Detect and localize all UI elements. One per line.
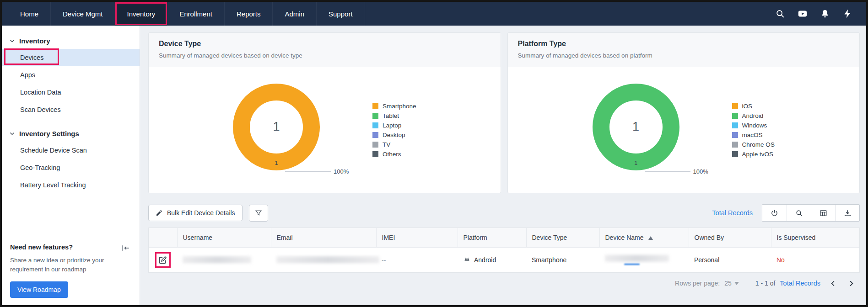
legend-swatch xyxy=(732,122,738,128)
refresh-button[interactable] xyxy=(762,205,787,221)
column-label: Device Name xyxy=(605,234,644,241)
flash-icon[interactable] xyxy=(842,9,852,19)
legend-item: Others xyxy=(372,150,416,158)
nav-item-reports[interactable]: Reports xyxy=(225,2,273,26)
filter-icon xyxy=(255,209,262,217)
sidebar-item-label: Schedule Device Scan xyxy=(20,147,87,154)
edit-device-button[interactable] xyxy=(158,255,168,265)
legend-swatch xyxy=(732,132,738,138)
column-header-edit xyxy=(149,228,177,247)
legend-item: Tablet xyxy=(372,112,416,120)
sort-ascending-icon[interactable] xyxy=(648,236,653,240)
annotation-box-edit-icon xyxy=(155,252,171,268)
bulk-edit-label: Bulk Edit Device Details xyxy=(167,209,235,217)
sidebar-item-label: Devices xyxy=(20,54,44,61)
column-header-is-supervised[interactable]: Is Supervised xyxy=(771,228,859,247)
video-icon[interactable] xyxy=(798,9,808,19)
cell-email xyxy=(271,247,376,272)
chevron-right-icon xyxy=(848,280,855,287)
collapse-sidebar-icon[interactable] xyxy=(121,243,130,253)
pencil-icon xyxy=(156,209,163,217)
sidebar-item-label: Apps xyxy=(20,71,35,79)
sidebar-item-label: Location Data xyxy=(20,89,61,96)
column-header-device-type[interactable]: Device Type xyxy=(526,228,599,247)
column-label: Email xyxy=(277,234,293,241)
column-header-username[interactable]: Username xyxy=(177,228,271,247)
redacted-email xyxy=(276,256,379,263)
cell-device-name xyxy=(599,247,689,272)
platform-type-card: Platform Type Summary of managed devices… xyxy=(507,32,860,193)
nav-label: Inventory xyxy=(127,10,156,18)
search-icon[interactable] xyxy=(775,9,785,19)
column-header-platform[interactable]: Platform xyxy=(458,228,526,247)
card-subtitle: Summary of managed devices based on plat… xyxy=(518,52,850,59)
nav-item-support[interactable]: Support xyxy=(317,2,365,26)
bell-icon[interactable] xyxy=(820,9,830,19)
cell-device-type: Smartphone xyxy=(526,247,599,272)
column-label: Is Supervised xyxy=(777,234,816,241)
legend-item: Smartphone xyxy=(372,102,416,110)
sidebar-item-devices[interactable]: Devices xyxy=(2,49,140,66)
legend-swatch xyxy=(372,122,378,128)
total-records-link[interactable]: Total Records xyxy=(712,209,753,217)
donut-chart[interactable]: 1 1 100% xyxy=(593,84,679,170)
donut-ring[interactable]: 1 xyxy=(233,84,320,170)
column-header-email[interactable]: Email xyxy=(271,228,376,247)
promo-title: Need new features? xyxy=(10,243,73,251)
column-label: Device Type xyxy=(532,234,567,241)
percent-label: 100% xyxy=(693,168,708,175)
cell-platform: Android xyxy=(458,247,526,272)
column-header-device-name[interactable]: Device Name xyxy=(599,228,689,247)
nav-item-device-mgmt[interactable]: Device Mgmt xyxy=(51,2,115,26)
column-header-imei[interactable]: IMEI xyxy=(376,228,458,247)
leader-line xyxy=(645,171,690,172)
bulk-edit-device-details-button[interactable]: Bulk Edit Device Details xyxy=(148,205,243,221)
sidebar-item-battery-level-tracking[interactable]: Battery Level Tracking xyxy=(2,176,140,194)
platform-type-chart: 1 1 100% iOS Android Windows macOS Chrom… xyxy=(508,67,860,193)
column-label: Platform xyxy=(464,234,487,241)
table-actions-group xyxy=(762,204,860,222)
section-title-label: Inventory Settings xyxy=(19,130,79,138)
percent-label: 100% xyxy=(334,168,349,175)
pagination-bar: Rows per page: 25 1 - 1 of Total Records xyxy=(148,273,860,294)
sidebar-item-location-data[interactable]: Location Data xyxy=(2,84,140,101)
legend-swatch xyxy=(372,151,378,157)
cell-edit xyxy=(149,247,177,272)
table-search-button[interactable] xyxy=(787,205,811,221)
card-header: Device Type Summary of managed devices b… xyxy=(149,33,501,67)
sidebar-section-inventory[interactable]: Inventory xyxy=(2,33,140,49)
nav-item-enrollment[interactable]: Enrollment xyxy=(167,2,225,26)
legend-label: Desktop xyxy=(383,131,405,139)
sidebar-item-schedule-device-scan[interactable]: Schedule Device Scan xyxy=(2,142,140,159)
next-page-button[interactable] xyxy=(845,277,857,289)
donut-center-value: 1 xyxy=(273,120,280,134)
rows-per-page-select[interactable]: 25 xyxy=(724,280,739,287)
nav-item-home[interactable]: Home xyxy=(8,2,51,26)
sidebar-item-label: Geo-Tracking xyxy=(20,164,60,171)
card-header: Platform Type Summary of managed devices… xyxy=(508,33,860,67)
sidebar-section-inventory-settings[interactable]: Inventory Settings xyxy=(2,126,140,142)
card-title: Platform Type xyxy=(518,40,850,48)
column-header-owned-by[interactable]: Owned By xyxy=(689,228,771,247)
donut-chart[interactable]: 1 1 100% xyxy=(233,84,320,170)
legend-item: Windows xyxy=(732,122,775,129)
android-icon xyxy=(463,256,471,264)
donut-ring[interactable]: 1 xyxy=(593,84,679,170)
legend-label: Others xyxy=(383,150,401,158)
sidebar: Inventory Devices Apps Location Data Sca… xyxy=(2,26,140,305)
pagination-total-records-link[interactable]: Total Records xyxy=(780,280,820,287)
sidebar-item-apps[interactable]: Apps xyxy=(2,66,140,84)
export-button[interactable] xyxy=(835,205,859,221)
nav-item-admin[interactable]: Admin xyxy=(273,2,317,26)
view-roadmap-button[interactable]: View Roadmap xyxy=(10,281,68,298)
sidebar-item-geo-tracking[interactable]: Geo-Tracking xyxy=(2,159,140,176)
table-row[interactable]: -- Android Smartphone xyxy=(149,247,859,272)
filter-button[interactable] xyxy=(249,205,268,222)
legend-label: macOS xyxy=(742,131,763,139)
nav-item-inventory[interactable]: Inventory xyxy=(115,2,168,26)
top-navigation: Home Device Mgmt Inventory Enrollment Re… xyxy=(2,2,866,26)
previous-page-button[interactable] xyxy=(827,277,839,289)
chart-legend: Smartphone Tablet Laptop Desktop TV Othe… xyxy=(372,101,416,160)
column-chooser-button[interactable] xyxy=(811,205,835,221)
sidebar-item-scan-devices[interactable]: Scan Devices xyxy=(2,101,140,118)
